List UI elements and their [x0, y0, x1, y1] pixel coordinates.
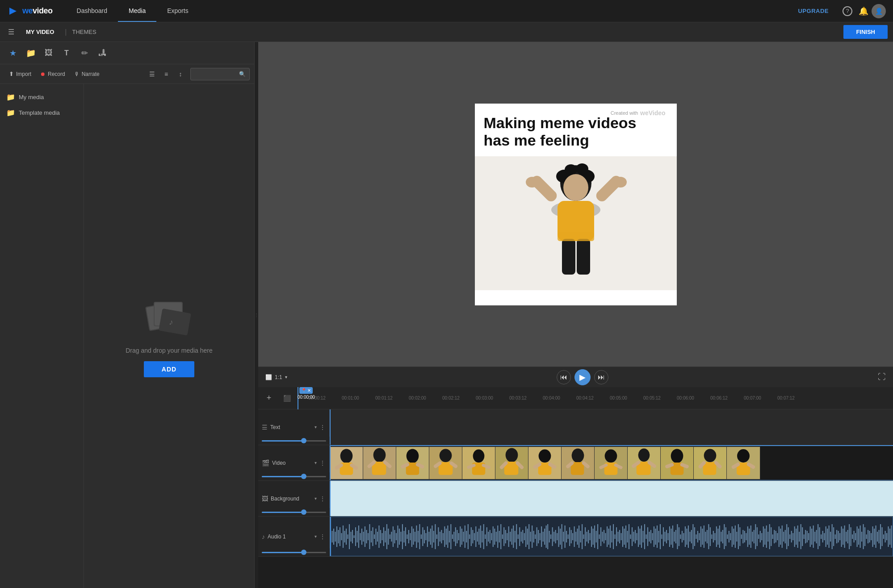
background-track-menu[interactable]: ⋮: [319, 495, 326, 502]
svg-rect-403: [816, 530, 817, 543]
svg-rect-253: [582, 524, 583, 549]
text-track-content[interactable]: [330, 409, 893, 445]
svg-rect-151: [422, 527, 423, 546]
svg-rect-369: [763, 526, 764, 547]
avatar[interactable]: 👤: [872, 4, 886, 18]
add-track-button[interactable]: +: [262, 391, 276, 405]
sort-button[interactable]: ↕: [174, 68, 187, 80]
search-icon[interactable]: 🔍: [239, 71, 246, 77]
audio-track-menu[interactable]: ⋮: [319, 533, 326, 540]
svg-rect-209: [513, 525, 514, 548]
cursor-close-button[interactable]: ✕: [307, 388, 311, 393]
template-media-folder[interactable]: 📁 Template media: [4, 105, 80, 121]
import-button[interactable]: ⬆ Import: [4, 68, 36, 80]
svg-rect-97: [338, 530, 339, 543]
svg-rect-375: [772, 534, 773, 539]
svg-rect-156: [430, 529, 431, 545]
bg-volume-slider[interactable]: [262, 512, 326, 513]
svg-rect-419: [841, 526, 842, 547]
record-button[interactable]: ⏺ Record: [36, 68, 70, 80]
cursor-pin[interactable]: 📍 ✕: [299, 387, 313, 394]
audio-volume-thumb[interactable]: [301, 550, 306, 555]
text-track-expand[interactable]: ▾: [314, 425, 317, 430]
list-view-button[interactable]: ☰: [146, 68, 158, 80]
text-volume-thumb[interactable]: [301, 438, 306, 443]
hamburger-button[interactable]: ☰: [5, 25, 17, 39]
ratio-selector[interactable]: ⬜ 1:1 ▾: [265, 374, 287, 380]
svg-rect-335: [710, 527, 711, 546]
themes-button[interactable]: THEMES: [72, 29, 96, 35]
background-track-expand[interactable]: ▾: [314, 496, 317, 501]
svg-rect-234: [552, 527, 553, 546]
svg-rect-172: [455, 527, 456, 546]
svg-rect-383: [785, 530, 786, 543]
help-button[interactable]: ?: [839, 3, 855, 19]
svg-rect-366: [758, 534, 759, 539]
svg-rect-231: [547, 524, 548, 549]
ruler-mark: 00:06:00: [677, 396, 710, 400]
fullscreen-button[interactable]: ⛶: [878, 372, 886, 382]
nav-tab-dashboard[interactable]: Dashboard: [66, 0, 118, 22]
resize-handle[interactable]: ⋮: [255, 42, 258, 588]
svg-rect-238: [558, 526, 559, 547]
svg-rect-183: [472, 530, 473, 543]
audio-track-content[interactable]: [330, 517, 893, 556]
finish-button[interactable]: FINISH: [843, 25, 888, 39]
svg-rect-120: [374, 534, 375, 539]
edit-tool-button[interactable]: ✏: [77, 46, 92, 61]
text-track-icon: ☰: [262, 424, 268, 431]
text-track-menu[interactable]: ⋮: [319, 424, 326, 431]
svg-rect-388: [792, 533, 793, 540]
photo-tool-button[interactable]: 🏞: [95, 46, 110, 61]
svg-rect-129: [388, 529, 389, 545]
svg-rect-251: [579, 525, 579, 548]
prev-button[interactable]: ⏮: [557, 370, 571, 384]
video-track-menu[interactable]: ⋮: [319, 459, 326, 467]
nav-tab-media[interactable]: Media: [118, 0, 156, 22]
nav-tab-exports[interactable]: Exports: [156, 0, 199, 22]
svg-rect-422: [846, 532, 847, 542]
svg-rect-191: [485, 534, 486, 539]
video-track-content[interactable]: [330, 445, 893, 480]
video-volume-thumb[interactable]: [301, 474, 306, 479]
video-volume-fill: [262, 476, 304, 477]
my-media-folder[interactable]: 📁 My media: [4, 89, 80, 105]
image-tool-button[interactable]: 🖼: [41, 46, 56, 61]
play-controls: ⏮ ▶ ⏭: [557, 369, 608, 385]
filter-button[interactable]: ≡: [160, 68, 172, 80]
svg-point-87: [737, 449, 750, 463]
star-tool-button[interactable]: ★: [5, 46, 21, 61]
video-frame-6: [495, 447, 528, 480]
notifications-button[interactable]: 🔔: [855, 3, 872, 19]
svg-rect-319: [685, 526, 686, 547]
audio-track-expand[interactable]: ▾: [314, 534, 317, 539]
next-button[interactable]: ⏭: [594, 370, 608, 384]
background-track-content[interactable]: [330, 481, 893, 516]
svg-rect-171: [453, 532, 454, 542]
svg-rect-433: [863, 524, 864, 549]
bg-volume-thumb[interactable]: [301, 509, 306, 515]
play-button[interactable]: ▶: [574, 369, 591, 385]
folder-tool-button[interactable]: 📁: [23, 46, 38, 61]
video-track-expand[interactable]: ▾: [314, 460, 317, 465]
upgrade-button[interactable]: UPGRADE: [792, 5, 835, 17]
svg-rect-189: [482, 531, 482, 542]
svg-rect-180: [468, 524, 469, 549]
svg-rect-322: [689, 532, 690, 542]
svg-rect-318: [683, 533, 684, 540]
search-input[interactable]: [194, 71, 239, 77]
svg-rect-108: [355, 527, 356, 546]
svg-point-52: [506, 448, 518, 462]
text-volume-slider[interactable]: [262, 440, 326, 442]
narrate-button[interactable]: 🎙 Narrate: [70, 68, 104, 80]
text-tool-button[interactable]: T: [59, 46, 74, 61]
video-volume-slider[interactable]: [262, 476, 326, 477]
narrate-label: Narrate: [82, 71, 100, 77]
audio-volume-slider[interactable]: [262, 552, 326, 553]
svg-rect-201: [500, 524, 501, 549]
svg-rect-118: [371, 531, 372, 542]
snap-button[interactable]: ⬛: [280, 391, 294, 405]
add-button[interactable]: ADD: [144, 361, 194, 377]
ruler-mark: 00:04:12: [576, 396, 610, 400]
toolbar-icons: ★ 📁 🖼 T ✏ 🏞: [0, 42, 254, 64]
